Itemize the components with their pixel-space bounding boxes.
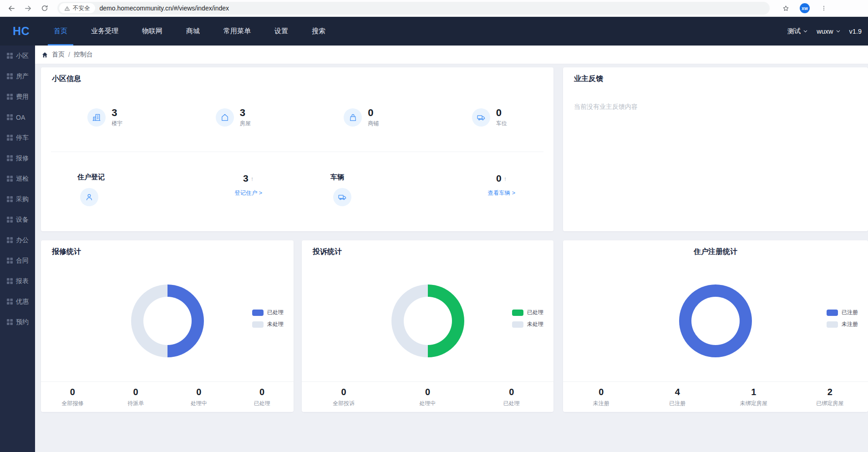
card-title: 报修统计: [41, 240, 294, 257]
footer-stat: 0 全部投诉: [302, 382, 386, 412]
legend-item-registered[interactable]: 已注册: [827, 309, 858, 316]
sidebar-item-discount[interactable]: 优惠: [0, 291, 35, 312]
sidebar-item-report[interactable]: 报表: [0, 271, 35, 291]
stat-houses: 3 房屋: [169, 107, 298, 127]
star-icon: [782, 5, 790, 12]
sidebar-item-equipment[interactable]: 设备: [0, 209, 35, 230]
breadcrumb-home[interactable]: 首页: [52, 51, 65, 59]
sidebar-item-repair[interactable]: 报修: [0, 148, 35, 168]
browser-profile-avatar[interactable]: xw: [800, 3, 810, 13]
footer-stat: 0 已处理: [230, 382, 294, 412]
legend-item-unprocessed[interactable]: 未处理: [512, 320, 543, 328]
footer-stat: 0 已处理: [470, 382, 553, 412]
legend-item-processed[interactable]: 已处理: [512, 309, 543, 316]
tab-common-menu[interactable]: 常用菜单: [221, 17, 254, 46]
sidebar-item-property[interactable]: 房产: [0, 66, 35, 86]
security-chip[interactable]: 不安全: [59, 3, 95, 13]
sidebar-item-label: 小区: [16, 52, 29, 60]
stat-label: 车位: [496, 120, 507, 127]
sidebar-item-inspection[interactable]: 巡检: [0, 168, 35, 189]
stat-value: 3: [112, 107, 122, 118]
sidebar-item-parking[interactable]: 停车: [0, 127, 35, 148]
register-resident-link[interactable]: 登记住户 >: [234, 189, 262, 197]
grid-icon: [7, 299, 13, 305]
grid-icon: [7, 155, 13, 161]
stat-parking-spaces: 0 车位: [426, 107, 554, 127]
sidebar-item-label: 办公: [16, 236, 29, 244]
back-arrow-icon: [8, 5, 15, 12]
tab-home[interactable]: 首页: [51, 17, 70, 46]
grid-icon: [7, 278, 13, 284]
app-logo[interactable]: HC: [13, 25, 30, 38]
shop-bag-icon: [344, 108, 362, 127]
complaint-stats-card: 投诉统计 已处理 未处理 0 全部投诉 0 处理中 0 已处理: [302, 240, 553, 412]
vehicle-block: 车辆 0 ↑ 查看车辆 >: [301, 173, 553, 206]
legend-item-unregistered[interactable]: 未注册: [827, 320, 858, 328]
sidebar-item-label: 停车: [16, 134, 29, 142]
warning-triangle-icon: [64, 5, 70, 11]
sidebar-item-community[interactable]: 小区: [0, 46, 35, 66]
sidebar-item-oa[interactable]: OA: [0, 107, 35, 127]
browser-menu-button[interactable]: [817, 2, 830, 15]
main-nav-tabs: 首页 业务受理 物联网 商城 常用菜单 设置 搜索: [51, 17, 328, 46]
bookmark-star-button[interactable]: [780, 2, 792, 15]
sidebar: 小区 房产 费用 OA 停车 报修 巡检 采购 设备 办公 合同 报表 优惠 预…: [0, 46, 35, 452]
breadcrumb: 首页 / 控制台: [35, 46, 868, 64]
browser-forward-button[interactable]: [22, 2, 34, 15]
resident-registration-stats-card: 住户注册统计 已注册 未注册 0 未注册 4 已注册 1 未绑定房屋: [563, 240, 868, 412]
tab-mall[interactable]: 商城: [183, 17, 203, 46]
grid-icon: [7, 53, 13, 59]
sidebar-item-contract[interactable]: 合同: [0, 250, 35, 271]
resident-registration-title: 住户登记: [77, 173, 105, 182]
legend-swatch: [827, 321, 838, 328]
vehicle-title: 车辆: [330, 173, 351, 182]
tab-iot[interactable]: 物联网: [139, 17, 165, 46]
repair-stats-card: 报修统计 已处理 未处理 0 全部报修 0 待派单 0 处理中: [41, 240, 294, 412]
footer-stat: 0 处理中: [386, 382, 469, 412]
sidebar-item-label: 费用: [16, 93, 29, 101]
browser-back-button[interactable]: [5, 2, 18, 15]
sidebar-item-purchase[interactable]: 采购: [0, 189, 35, 209]
stat-shops: 0 商铺: [297, 107, 426, 127]
community-switcher[interactable]: 测试: [787, 27, 808, 36]
legend-swatch: [252, 321, 264, 328]
sidebar-item-fees[interactable]: 费用: [0, 86, 35, 107]
reload-icon: [41, 5, 48, 12]
footer-stat: 1 未绑定房屋: [716, 382, 792, 412]
version-label: v1.9: [849, 28, 862, 35]
grid-icon: [7, 135, 13, 141]
sidebar-item-label: OA: [16, 114, 25, 121]
browser-reload-button[interactable]: [38, 2, 51, 15]
footer-stat: 0 未注册: [563, 382, 640, 412]
footer-stat: 0 处理中: [168, 382, 231, 412]
card-title: 小区信息: [41, 67, 553, 84]
complaint-donut-chart: [391, 284, 464, 357]
vehicle-count: 0: [496, 173, 502, 184]
sidebar-item-appointment[interactable]: 预约: [0, 312, 35, 332]
chart-footer: 0 全部投诉 0 处理中 0 已处理: [302, 381, 553, 412]
tab-search[interactable]: 搜索: [309, 17, 328, 46]
grid-icon: [7, 319, 13, 325]
grid-icon: [7, 237, 13, 243]
legend-item-processed[interactable]: 已处理: [252, 309, 284, 316]
resident-registration-block: 住户登记 3 ↑ 登记住户 >: [41, 173, 301, 206]
user-menu[interactable]: wuxw: [817, 28, 840, 35]
view-vehicles-link[interactable]: 查看车辆 >: [487, 189, 515, 197]
sidebar-item-label: 报表: [16, 277, 29, 285]
registration-donut-chart: [679, 284, 752, 357]
sidebar-item-label: 合同: [16, 257, 29, 265]
community-name: 测试: [787, 27, 801, 36]
kebab-menu-icon: [821, 5, 827, 11]
footer-stat: 4 已注册: [640, 382, 716, 412]
legend-swatch: [827, 310, 838, 316]
sidebar-item-office[interactable]: 办公: [0, 230, 35, 250]
tab-business[interactable]: 业务受理: [88, 17, 121, 46]
sidebar-item-label: 采购: [16, 195, 29, 203]
chevron-down-icon: [836, 29, 841, 34]
legend-item-unprocessed[interactable]: 未处理: [252, 320, 284, 328]
sidebar-item-label: 报修: [16, 154, 29, 163]
stat-value: 0: [496, 107, 507, 118]
tab-settings[interactable]: 设置: [272, 17, 291, 46]
divider: [51, 152, 543, 152]
address-bar[interactable]: 不安全 demo.homecommunity.cn/#/views/index/…: [57, 2, 770, 15]
